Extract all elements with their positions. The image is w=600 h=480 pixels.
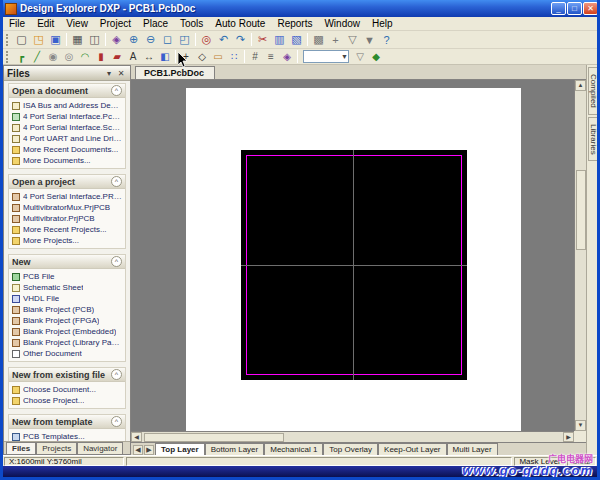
list-item[interactable]: More Projects... <box>10 235 124 246</box>
menu-item-project[interactable]: Project <box>94 17 137 30</box>
title-bar[interactable]: Design Explorer DXP - PCB1.PcbDoc _ □ ✕ <box>0 0 600 17</box>
zoom-area-button[interactable]: ◰ <box>176 32 193 48</box>
paste-button[interactable]: ▧ <box>288 32 305 48</box>
zoom-fit-document-button[interactable]: ◻ <box>159 32 176 48</box>
redo-button[interactable]: ↷ <box>232 32 249 48</box>
filter-button[interactable]: ▼ <box>361 32 378 48</box>
arrange-components-button[interactable]: ≡ <box>263 50 279 64</box>
list-item[interactable]: 4 Port Serial Interface.SchDoc <box>10 122 124 133</box>
deselect-all-button[interactable]: ▽ <box>352 50 368 64</box>
list-item[interactable]: 4 Port UART and Line Drivers.SchDoc <box>10 133 124 144</box>
list-item[interactable]: Choose Project... <box>10 395 124 406</box>
print-preview-button[interactable]: ◫ <box>86 32 103 48</box>
select-area-button[interactable]: ▩ <box>310 32 327 48</box>
list-item[interactable]: ISA Bus and Address Decoding.SchDoc <box>10 100 124 111</box>
layer-tab-top-overlay[interactable]: Top Overlay <box>323 443 378 455</box>
vertical-scroll-thumb[interactable] <box>576 170 586 250</box>
list-item[interactable]: PCB File <box>10 271 124 282</box>
selection-filter-combo[interactable]: ▼ <box>303 50 349 63</box>
list-item[interactable]: Blank Project (Library Package) <box>10 337 124 348</box>
list-item[interactable]: Multivibrator.PrjPCB <box>10 213 124 224</box>
zoom-out-button[interactable]: ⊖ <box>142 32 159 48</box>
list-item[interactable]: More Recent Documents... <box>10 144 124 155</box>
chevron-up-icon[interactable]: ^ <box>111 256 122 267</box>
horizontal-scrollbar[interactable]: ◀ ▶ <box>131 431 574 442</box>
document-tab-pcb1[interactable]: PCB1.PcbDoc <box>135 66 215 79</box>
layer-scroll-left-icon[interactable]: ◀ <box>133 445 143 455</box>
list-item[interactable]: Schematic Sheet <box>10 282 124 293</box>
menu-item-auto-route[interactable]: Auto Route <box>209 17 271 30</box>
section-header[interactable]: New from existing file^ <box>9 368 125 382</box>
list-item[interactable]: 4 Port Serial Interface.PRJPCB <box>10 191 124 202</box>
board-view-button[interactable]: ◆ <box>368 50 384 64</box>
scroll-down-icon[interactable]: ▼ <box>575 420 586 431</box>
place-pad-button[interactable]: ◉ <box>45 50 61 64</box>
list-item[interactable]: Other Document <box>10 348 124 359</box>
move-selection-button[interactable]: + <box>327 32 344 48</box>
toolbar-grip-handle[interactable] <box>6 51 10 63</box>
place-component-button[interactable]: ◧ <box>157 50 173 64</box>
list-item[interactable]: PCB Templates... <box>10 431 124 441</box>
place-room-button[interactable]: ▭ <box>210 50 226 64</box>
menu-item-window[interactable]: Window <box>318 17 366 30</box>
maximize-button[interactable]: □ <box>567 2 582 15</box>
place-polygon-button[interactable]: ▰ <box>109 50 125 64</box>
open-device-view-button[interactable]: ◈ <box>108 32 125 48</box>
files-panel-header[interactable]: Files ▾ ✕ <box>4 66 130 81</box>
pcb-board-area[interactable] <box>241 150 467 380</box>
layer-tab-bottom-layer[interactable]: Bottom Layer <box>205 443 265 455</box>
layer-tab-top-layer[interactable]: Top Layer <box>155 443 205 455</box>
open-document-button[interactable]: ◳ <box>30 32 47 48</box>
close-button[interactable]: ✕ <box>583 2 598 15</box>
menu-item-help[interactable]: Help <box>366 17 399 30</box>
list-item[interactable]: Blank Project (FPGA) <box>10 315 124 326</box>
section-header[interactable]: New from template^ <box>9 415 125 429</box>
place-via-button[interactable]: ◎ <box>61 50 77 64</box>
place-fill-button[interactable]: ▮ <box>93 50 109 64</box>
menu-item-view[interactable]: View <box>60 17 94 30</box>
panel-chevron-icon[interactable]: ▾ <box>103 69 115 78</box>
find-selection-button[interactable]: ◈ <box>279 50 295 64</box>
pcb-sheet[interactable] <box>186 88 521 431</box>
cross-probe-button[interactable]: ◎ <box>198 32 215 48</box>
section-header[interactable]: Open a document^ <box>9 84 125 98</box>
place-string-button[interactable]: A <box>125 50 141 64</box>
help-button[interactable]: ? <box>378 32 395 48</box>
horizontal-scroll-thumb[interactable] <box>144 433 284 442</box>
chevron-up-icon[interactable]: ^ <box>111 369 122 380</box>
chevron-up-icon[interactable]: ^ <box>111 85 122 96</box>
layer-tab-mechanical-1[interactable]: Mechanical 1 <box>264 443 323 455</box>
layer-tab-keep-out-layer[interactable]: Keep-Out Layer <box>378 443 446 455</box>
menu-item-reports[interactable]: Reports <box>271 17 318 30</box>
pcb-workspace[interactable] <box>131 80 574 431</box>
list-item[interactable]: More Recent Projects... <box>10 224 124 235</box>
grid-settings-button[interactable]: # <box>247 50 263 64</box>
place-arc-button[interactable]: ◠ <box>77 50 93 64</box>
copy-button[interactable]: ▥ <box>271 32 288 48</box>
list-item[interactable]: Blank Project (Embedded) <box>10 326 124 337</box>
interactive-routing-button[interactable]: ┏ <box>13 50 29 64</box>
place-dimension-button[interactable]: ↔ <box>141 50 157 64</box>
list-item[interactable]: Blank Project (PCB) <box>10 304 124 315</box>
place-line-button[interactable]: ╱ <box>29 50 45 64</box>
scroll-right-icon[interactable]: ▶ <box>563 432 574 442</box>
cut-button[interactable]: ✂ <box>254 32 271 48</box>
toolbar-grip-handle[interactable] <box>6 34 10 46</box>
panel-tab-navigator[interactable]: Navigator <box>77 442 123 454</box>
set-origin-button[interactable]: ◇ <box>194 50 210 64</box>
right-tab-libraries[interactable]: Libraries <box>588 117 599 162</box>
list-item[interactable]: 4 Port Serial Interface.PcbDoc <box>10 111 124 122</box>
panel-close-icon[interactable]: ✕ <box>115 69 127 78</box>
vertical-scrollbar[interactable]: ▲ ▼ <box>574 80 586 431</box>
new-document-button[interactable]: ▢ <box>13 32 30 48</box>
chevron-up-icon[interactable]: ^ <box>111 176 122 187</box>
list-item[interactable]: VHDL File <box>10 293 124 304</box>
menu-item-file[interactable]: File <box>3 17 31 30</box>
chevron-up-icon[interactable]: ^ <box>111 416 122 427</box>
layer-scroll-right-icon[interactable]: ▶ <box>144 445 154 455</box>
paste-array-button[interactable]: ∷ <box>226 50 242 64</box>
layer-tab-multi-layer[interactable]: Multi Layer <box>447 443 498 455</box>
undo-button[interactable]: ↶ <box>215 32 232 48</box>
menu-item-tools[interactable]: Tools <box>174 17 209 30</box>
print-button[interactable]: ▦ <box>69 32 86 48</box>
